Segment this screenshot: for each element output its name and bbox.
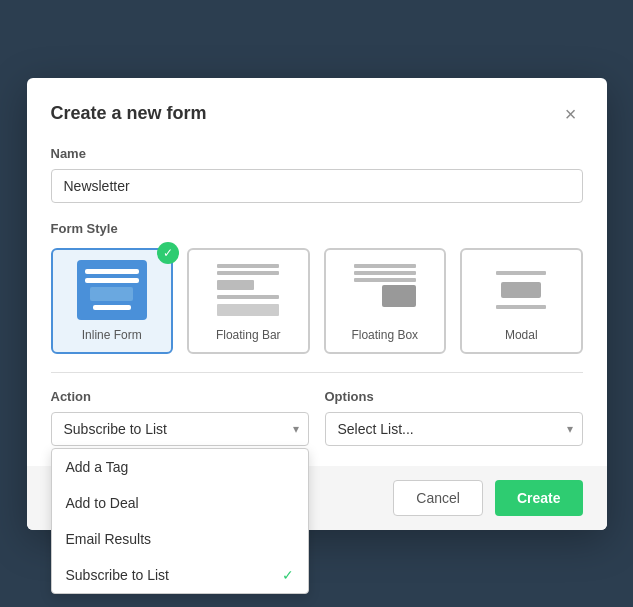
modal-icon — [486, 260, 556, 320]
dropdown-item-label: Subscribe to List — [66, 567, 170, 583]
icon-line — [85, 278, 139, 283]
action-dropdown-menu: Add a Tag Add to Deal Email Results Subs… — [51, 448, 309, 594]
selected-check-icon: ✓ — [157, 242, 179, 264]
modal-title: Create a new form — [51, 103, 207, 124]
dropdown-item-label: Email Results — [66, 531, 152, 547]
modal-header: Create a new form × — [51, 102, 583, 126]
action-label: Action — [51, 389, 309, 404]
style-card-modal[interactable]: Modal — [460, 248, 583, 354]
icon-box — [90, 287, 133, 301]
modal-dialog: Create a new form × Name Form Style ✓ In… — [27, 78, 607, 530]
create-button[interactable]: Create — [495, 480, 583, 516]
action-options-row: Action Subscribe to List Add a Tag Add t… — [51, 389, 583, 446]
floating-bar-label: Floating Bar — [199, 328, 298, 342]
icon-line — [85, 269, 139, 274]
inline-form-icon — [77, 260, 147, 320]
icon-line — [93, 305, 131, 310]
dropdown-item-label: Add a Tag — [66, 459, 129, 475]
close-button[interactable]: × — [559, 102, 583, 126]
name-input[interactable] — [51, 169, 583, 203]
floating-bar-icon — [213, 260, 283, 320]
divider — [51, 372, 583, 373]
dropdown-item-subscribe-to-list[interactable]: Subscribe to List ✓ — [52, 557, 308, 593]
dropdown-item-email-results[interactable]: Email Results — [52, 521, 308, 557]
dropdown-item-add-deal[interactable]: Add to Deal — [52, 485, 308, 521]
cancel-button[interactable]: Cancel — [393, 480, 483, 516]
check-icon: ✓ — [282, 567, 294, 583]
style-card-floating-bar[interactable]: Floating Bar — [187, 248, 310, 354]
form-style-label: Form Style — [51, 221, 583, 236]
inline-form-label: Inline Form — [63, 328, 162, 342]
options-select-wrapper: Select List... ▾ — [325, 412, 583, 446]
floating-box-icon — [350, 260, 420, 320]
options-select[interactable]: Select List... — [325, 412, 583, 446]
form-style-options: ✓ Inline Form Floating Ba — [51, 248, 583, 354]
dropdown-item-add-tag[interactable]: Add a Tag — [52, 449, 308, 485]
name-label: Name — [51, 146, 583, 161]
style-card-floating-box[interactable]: Floating Box — [324, 248, 447, 354]
style-card-inline[interactable]: ✓ Inline Form — [51, 248, 174, 354]
options-column: Options Select List... ▾ — [325, 389, 583, 446]
action-select[interactable]: Subscribe to List Add a Tag Add to Deal … — [51, 412, 309, 446]
action-select-wrapper: Subscribe to List Add a Tag Add to Deal … — [51, 412, 309, 446]
dropdown-item-label: Add to Deal — [66, 495, 139, 511]
action-column: Action Subscribe to List Add a Tag Add t… — [51, 389, 309, 446]
options-label: Options — [325, 389, 583, 404]
modal-label: Modal — [472, 328, 571, 342]
modal-overlay: Create a new form × Name Form Style ✓ In… — [0, 0, 633, 607]
floating-box-label: Floating Box — [336, 328, 435, 342]
